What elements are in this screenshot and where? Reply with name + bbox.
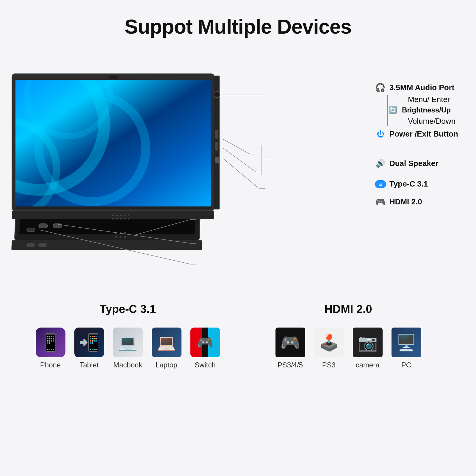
svg-line-41: [223, 139, 250, 154]
svg-rect-23: [215, 142, 218, 151]
ps345-icon-box: 🎮: [275, 328, 305, 357]
macbook-icon: 💻: [118, 333, 137, 352]
svg-point-16: [39, 95, 146, 202]
svg-line-45: [223, 159, 259, 188]
svg-point-32: [116, 218, 118, 220]
power-text: Power /Exit Button: [389, 129, 458, 139]
laptop-icon-box: 💻: [152, 328, 181, 357]
svg-point-21: [214, 92, 220, 98]
svg-point-10: [124, 236, 126, 238]
svg-point-7: [124, 232, 126, 234]
camera-label: camera: [356, 361, 379, 369]
compatibility-section: Type-C 3.1 📱 Phone 📲 Tablet: [0, 303, 476, 369]
typec-title: Type-C 3.1: [100, 303, 156, 316]
svg-rect-12: [109, 76, 118, 79]
svg-point-31: [112, 218, 114, 220]
svg-line-47: [134, 220, 190, 235]
svg-rect-14: [15, 80, 211, 206]
laptop-label: Laptop: [156, 361, 177, 369]
device-switch: 🎮 Switch: [190, 328, 220, 369]
ps3-icon-box: 🕹️: [314, 328, 344, 357]
svg-point-15: [0, 59, 104, 190]
svg-rect-36: [39, 224, 48, 228]
svg-rect-22: [215, 130, 218, 139]
svg-rect-4: [38, 243, 47, 247]
device-ps3: 🕹️ PS3: [314, 328, 344, 369]
hdmi-title: HDMI 2.0: [324, 303, 372, 316]
page-container: Suppot Multiple Devices: [0, 0, 476, 476]
tablet-label: Tablet: [79, 361, 98, 369]
svg-rect-11: [12, 74, 214, 211]
hdmi-text: HDMI 2.0: [389, 197, 422, 206]
column-divider: [238, 303, 238, 369]
svg-point-9: [120, 236, 121, 238]
typec-text: Type-C 3.1: [389, 179, 428, 189]
switch-icon-box: 🎮: [190, 328, 220, 357]
svg-rect-38: [27, 228, 35, 231]
audio-port-text: 3.5MM Audio Port: [389, 83, 455, 92]
svg-point-34: [124, 218, 126, 220]
svg-point-28: [120, 214, 122, 216]
typec-label: ⊟ Type-C 3.1: [375, 179, 458, 189]
svg-line-51: [39, 230, 190, 264]
brightness-icon: 🔄: [388, 106, 398, 114]
monitor-section: 🎧 3.5MM Audio Port Menu/ Enter 🔄 Brightn…: [0, 47, 476, 291]
svg-point-30: [128, 214, 129, 216]
audio-port-label: 🎧 3.5MM Audio Port: [375, 83, 458, 93]
svg-line-49: [58, 224, 190, 243]
brightness-text: Brightness/Up: [402, 106, 451, 114]
power-label: ⏻ Power /Exit Button: [375, 129, 458, 139]
ps345-label: PS3/4/5: [278, 361, 303, 369]
ps345-icon: 🎮: [280, 333, 300, 352]
svg-rect-24: [215, 157, 219, 163]
tablet-icon-box: 📲: [74, 328, 104, 357]
typec-device-grid: 📱 Phone 📲 Tablet 💻 Macbook: [36, 328, 220, 369]
laptop-icon: 💻: [157, 333, 176, 352]
device-tablet: 📲 Tablet: [74, 328, 104, 369]
device-pc: 🖥️ PC: [392, 328, 421, 369]
svg-rect-2: [11, 240, 202, 250]
svg-point-17: [0, 121, 57, 217]
phone-icon: 📱: [40, 333, 61, 352]
pc-icon-box: 🖥️: [392, 328, 421, 357]
svg-rect-37: [53, 224, 62, 228]
tablet-icon: 📲: [79, 333, 100, 352]
svg-point-29: [124, 214, 126, 216]
macbook-label: Macbook: [113, 361, 142, 369]
typec-column: Type-C 3.1 📱 Phone 📲 Tablet: [24, 303, 232, 369]
page-title: Suppot Multiple Devices: [125, 15, 352, 38]
svg-rect-0: [15, 115, 203, 240]
svg-point-35: [128, 218, 129, 220]
macbook-icon-box: 💻: [113, 328, 143, 357]
speaker-icon: 🔊: [375, 159, 386, 168]
ps3-icon: 🕹️: [319, 333, 339, 352]
svg-point-18: [27, 53, 110, 136]
labels-right: 🎧 3.5MM Audio Port Menu/ Enter 🔄 Brightn…: [375, 83, 458, 209]
device-camera: 📷 camera: [353, 328, 383, 369]
device-laptop: 💻 Laptop: [152, 328, 181, 369]
svg-point-26: [112, 214, 114, 216]
phone-icon-box: 📱: [36, 328, 65, 357]
svg-rect-1: [19, 120, 199, 234]
svg-point-27: [116, 214, 118, 216]
svg-point-8: [115, 236, 117, 238]
svg-rect-20: [214, 76, 220, 209]
svg-rect-3: [26, 243, 35, 247]
power-icon: ⏻: [375, 129, 386, 139]
ps3-label: PS3: [322, 361, 336, 369]
hdmi-column: HDMI 2.0 🎮 PS3/4/5 🕹️ PS3: [244, 303, 452, 369]
pc-icon: 🖥️: [396, 333, 416, 352]
svg-point-6: [120, 232, 121, 234]
switch-icon: 🎮: [197, 335, 213, 350]
hdmi-label: 🎮 HDMI 2.0: [375, 197, 458, 207]
camera-icon: 📷: [358, 333, 378, 352]
phone-label: Phone: [40, 361, 61, 369]
speaker-label: 🔊 Dual Speaker: [375, 159, 458, 168]
svg-point-5: [115, 232, 117, 234]
menu-label: Menu/ Enter: [408, 95, 458, 104]
headphone-icon: 🎧: [375, 83, 386, 93]
volume-label: Volume/Down: [408, 117, 458, 126]
typec-icon: ⊟: [375, 180, 386, 188]
hdmi-device-grid: 🎮 PS3/4/5 🕹️ PS3 📷 camera: [275, 328, 421, 369]
device-ps345: 🎮 PS3/4/5: [275, 328, 305, 369]
